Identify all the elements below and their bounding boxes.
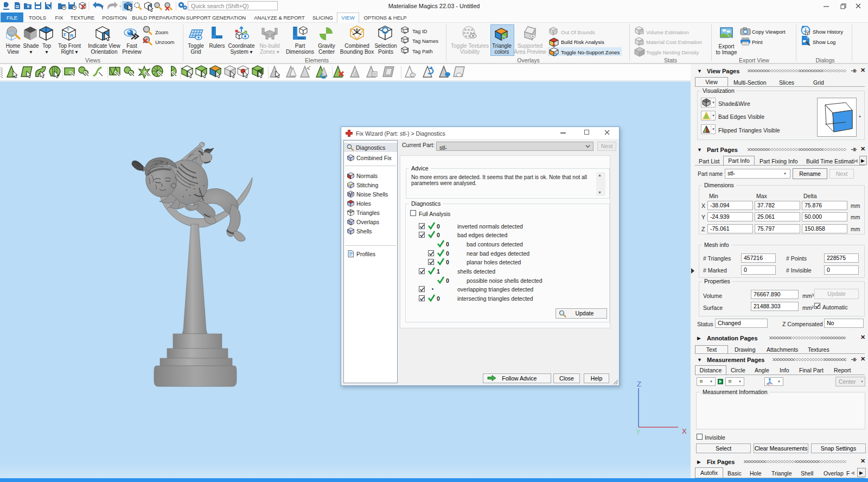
svg-text:R: R <box>70 33 74 39</box>
svg-text:Z: Z <box>637 380 641 388</box>
svg-text:T: T <box>67 27 69 32</box>
svg-text:X: X <box>682 427 687 434</box>
svg-text:F: F <box>63 32 67 37</box>
svg-text:xyz: xyz <box>767 382 771 385</box>
svg-text:Y: Y <box>636 428 641 434</box>
